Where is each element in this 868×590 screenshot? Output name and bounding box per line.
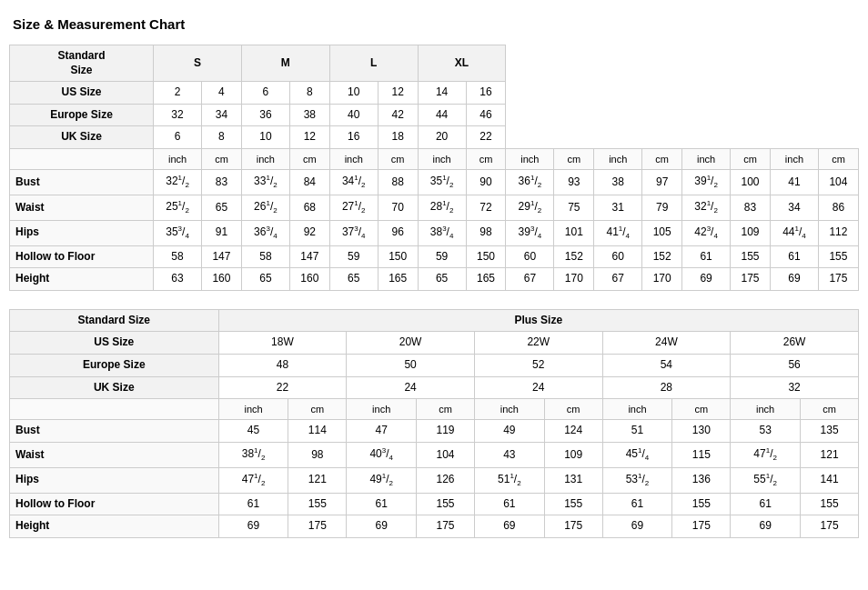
unit-cm-1: cm — [202, 148, 242, 169]
table-row: Waist 251/2 65 261/2 68 271/2 70 281/2 7… — [10, 195, 859, 221]
table-row: Hips 353/4 91 363/4 92 373/4 96 383/4 98… — [10, 220, 859, 245]
uk-size-label-2: UK Size — [10, 376, 219, 399]
unit-cm-p5: cm — [801, 399, 859, 420]
us-20w: 20W — [347, 332, 475, 355]
header-standard-size-2: Standard Size — [10, 309, 219, 332]
eu-42: 42 — [378, 104, 418, 126]
unit-cm-6: cm — [642, 148, 682, 169]
unit-cm-3: cm — [378, 148, 418, 169]
eu-size-label: Europe Size — [10, 104, 154, 126]
uk-16: 16 — [329, 126, 378, 149]
us-2: 2 — [154, 82, 202, 105]
us-10: 10 — [329, 82, 378, 105]
hollow-to-floor-label-2: Hollow to Floor — [10, 493, 219, 515]
uk-size-label: UK Size — [10, 126, 154, 149]
table-row: Hollow to Floor 61 155 61 155 61 155 61 … — [10, 493, 859, 515]
eu-54: 54 — [602, 354, 731, 376]
unit-cm-p4: cm — [672, 399, 731, 420]
table-row: Hollow to Floor 58 147 58 147 59 150 59 … — [10, 245, 859, 268]
eu-52: 52 — [474, 354, 602, 376]
us-16: 16 — [466, 82, 506, 105]
unit-cm-4: cm — [466, 148, 506, 169]
unit-inch-3: inch — [329, 148, 378, 169]
unit-inch-2: inch — [241, 148, 289, 169]
uk-12: 12 — [289, 126, 329, 149]
hips-label-2: Hips — [10, 467, 219, 493]
hips-label: Hips — [10, 220, 154, 245]
unit-inch-p2: inch — [347, 399, 417, 420]
height-label: Height — [10, 268, 154, 291]
eu-48: 48 — [218, 354, 347, 376]
us-22w: 22W — [474, 332, 602, 355]
us-26w: 26W — [731, 332, 859, 355]
table-row: Bust 45 114 47 119 49 124 51 130 53 135 — [10, 420, 859, 443]
header-plus-size: Plus Size — [218, 309, 858, 332]
unit-cm-8: cm — [818, 148, 858, 169]
eu-44: 44 — [418, 104, 466, 126]
table-row: Height 69 175 69 175 69 175 69 175 69 17… — [10, 515, 859, 538]
us-size-label-2: US Size — [10, 332, 219, 355]
unit-cm-7: cm — [731, 148, 771, 169]
waist-label-2: Waist — [10, 443, 219, 468]
uk-6: 6 — [154, 126, 202, 149]
uk-18: 18 — [378, 126, 418, 149]
eu-40: 40 — [329, 104, 378, 126]
eu-32: 32 — [154, 104, 202, 126]
waist-label: Waist — [10, 195, 154, 221]
table-row: Height 63 160 65 160 65 165 65 165 67 17… — [10, 268, 859, 291]
unit-inch-4: inch — [418, 148, 466, 169]
unit-inch-p3: inch — [474, 399, 544, 420]
unit-inch-p1: inch — [218, 399, 288, 420]
unit-inch-1: inch — [154, 148, 202, 169]
uk-28p: 28 — [602, 376, 731, 399]
unit-inch-7: inch — [682, 148, 731, 169]
table-row: Hips 471/2 121 491/2 126 511/2 131 531/2… — [10, 467, 859, 493]
us-8: 8 — [289, 82, 329, 105]
unit-spacer-2 — [10, 399, 219, 420]
eu-38: 38 — [289, 104, 329, 126]
unit-cm-p1: cm — [288, 399, 347, 420]
unit-cm-p3: cm — [544, 399, 602, 420]
uk-22p: 22 — [218, 376, 347, 399]
us-size-label: US Size — [10, 82, 154, 105]
header-standard-size: StandardSize — [10, 45, 154, 82]
us-14: 14 — [418, 82, 466, 105]
uk-22: 22 — [466, 126, 506, 149]
header-xl: XL — [418, 45, 506, 82]
uk-8: 8 — [202, 126, 242, 149]
unit-inch-6: inch — [594, 148, 642, 169]
page-title: Size & Measurement Chart — [9, 9, 859, 39]
bust-label: Bust — [10, 170, 154, 195]
eu-46: 46 — [466, 104, 506, 126]
bust-val: 321/2 — [154, 170, 202, 195]
height-label-2: Height — [10, 515, 219, 538]
header-s: S — [154, 45, 242, 82]
eu-50: 50 — [347, 354, 475, 376]
uk-10: 10 — [241, 126, 289, 149]
unit-cm-p2: cm — [417, 399, 475, 420]
eu-34: 34 — [202, 104, 242, 126]
table-row: Bust 321/2 83 331/2 84 341/2 88 351/2 90… — [10, 170, 859, 195]
hollow-to-floor-label: Hollow to Floor — [10, 245, 154, 268]
uk-24p: 24 — [347, 376, 475, 399]
bust-label-2: Bust — [10, 420, 219, 443]
uk-24p2: 24 — [474, 376, 602, 399]
us-4: 4 — [202, 82, 242, 105]
eu-size-label-2: Europe Size — [10, 354, 219, 376]
us-18w: 18W — [218, 332, 347, 355]
header-l: L — [329, 45, 418, 82]
unit-cm-5: cm — [554, 148, 594, 169]
unit-inch-8: inch — [770, 148, 818, 169]
eu-36: 36 — [241, 104, 289, 126]
unit-inch-p5: inch — [731, 399, 801, 420]
unit-spacer — [10, 148, 154, 169]
unit-cm-2: cm — [289, 148, 329, 169]
us-12: 12 — [378, 82, 418, 105]
us-24w: 24W — [602, 332, 731, 355]
size-chart-table-1: StandardSize S M L XL US Size 2 4 6 8 10… — [9, 45, 859, 291]
unit-inch-p4: inch — [602, 399, 672, 420]
eu-56: 56 — [731, 354, 859, 376]
uk-32p: 32 — [731, 376, 859, 399]
us-6: 6 — [241, 82, 289, 105]
size-chart-table-2: Standard Size Plus Size US Size 18W 20W … — [9, 309, 859, 538]
